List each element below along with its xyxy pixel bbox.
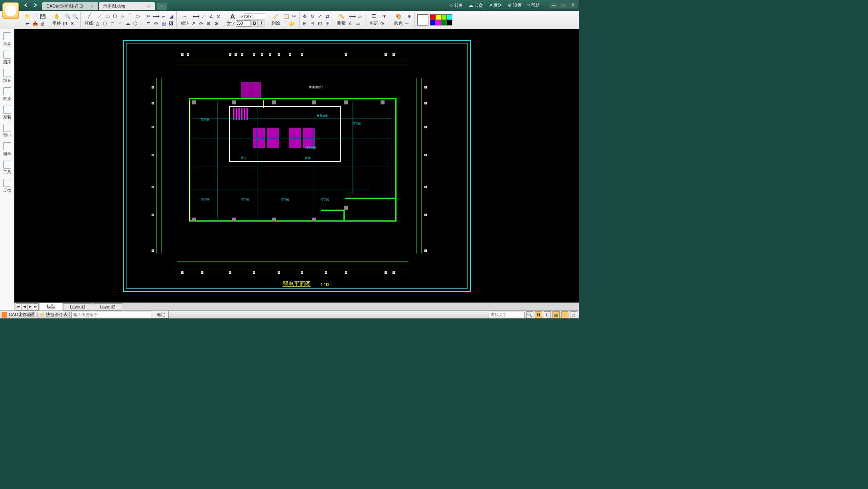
layout2-tab[interactable]: Layout2 bbox=[93, 303, 122, 310]
copy-button[interactable]: 📋 bbox=[283, 13, 290, 20]
send-menu[interactable]: ↗ 发送 bbox=[489, 2, 502, 8]
color-yellow[interactable] bbox=[436, 14, 441, 20]
linear-dim-button[interactable]: ⟷ bbox=[192, 13, 199, 20]
dim-settings-button[interactable]: ⚙ bbox=[213, 20, 220, 27]
print-button[interactable]: 🖨 bbox=[39, 20, 46, 27]
feedback-panel-button[interactable]: 反馈 bbox=[3, 179, 11, 193]
circle-button[interactable]: ○ bbox=[119, 13, 126, 20]
tools-panel-button[interactable]: 工具 bbox=[3, 161, 11, 175]
hexagon-button[interactable]: ⬡ bbox=[132, 20, 139, 27]
tab-home[interactable]: CAD迷你画图-首页× bbox=[42, 2, 98, 10]
arc-button[interactable]: ⌒ bbox=[126, 13, 134, 20]
user-avatar[interactable] bbox=[2, 2, 19, 19]
pentagon-button[interactable]: ⬠ bbox=[101, 20, 108, 27]
layer-on-button[interactable]: 👁 bbox=[381, 13, 388, 20]
hatch-button[interactable]: ▦ bbox=[160, 20, 167, 27]
delete-button[interactable]: 🧹 bbox=[269, 13, 282, 20]
layout1-tab[interactable]: Layout1 bbox=[63, 303, 92, 310]
color-cyan[interactable] bbox=[447, 14, 452, 20]
rotate-button[interactable]: ↻ bbox=[309, 13, 316, 20]
new-button[interactable]: 📄 bbox=[32, 13, 39, 20]
angular-dim-button[interactable]: ∠ bbox=[207, 13, 215, 20]
prev-tab-button[interactable]: ◀ bbox=[22, 304, 28, 310]
help-menu[interactable]: ? 帮助 bbox=[527, 2, 540, 8]
next-tab-button[interactable]: ▶ bbox=[28, 304, 33, 310]
paste-button[interactable]: 📄 bbox=[280, 20, 288, 27]
cut-button[interactable]: ✂ bbox=[290, 13, 298, 20]
garden-panel-button[interactable]: 园林 bbox=[3, 142, 11, 157]
polyline-button[interactable]: ⟋ bbox=[96, 13, 103, 20]
array-button[interactable]: ⊞ bbox=[301, 20, 308, 27]
color-red[interactable] bbox=[430, 14, 436, 20]
color-dkgreen[interactable] bbox=[441, 20, 447, 26]
ellipse-button[interactable]: ⬭ bbox=[134, 13, 141, 20]
color-blue[interactable] bbox=[430, 20, 436, 26]
minimize-button[interactable]: — bbox=[549, 3, 558, 8]
polar-toggle[interactable]: ◎ bbox=[570, 311, 577, 318]
pan-button[interactable]: ✋ bbox=[50, 13, 63, 20]
explode-button[interactable]: ⊞ bbox=[324, 20, 331, 27]
confirm-button[interactable]: 确定 bbox=[153, 311, 169, 318]
align-button[interactable]: ⊟ bbox=[309, 20, 316, 27]
model-tab[interactable]: 模型 bbox=[40, 302, 62, 310]
close-icon[interactable]: × bbox=[148, 4, 152, 8]
zoomin-button[interactable]: 🔍 bbox=[64, 13, 71, 20]
search-input[interactable] bbox=[489, 312, 525, 318]
quickcmd-button[interactable]: ⚡ 快捷命令表 bbox=[39, 312, 68, 318]
color-magenta[interactable] bbox=[436, 20, 441, 26]
osnap-toggle[interactable]: + bbox=[561, 311, 568, 318]
annotate-button[interactable]: ↔ bbox=[178, 13, 192, 20]
extend-button[interactable]: ⟶ bbox=[152, 13, 160, 20]
move-button[interactable]: ✥ bbox=[301, 13, 308, 20]
offset-button[interactable]: ⊏ bbox=[145, 20, 152, 27]
ortho-toggle[interactable]: L bbox=[544, 311, 551, 318]
square-button[interactable]: □ bbox=[109, 20, 116, 27]
current-color[interactable] bbox=[417, 14, 428, 26]
leader-button[interactable]: ↗ bbox=[190, 20, 197, 27]
lowv-panel-button[interactable]: 弱电 bbox=[3, 124, 11, 138]
first-tab-button[interactable]: ⏮ bbox=[16, 304, 22, 310]
text-button[interactable]: A bbox=[226, 13, 239, 20]
dist-button[interactable]: ⟷ bbox=[349, 13, 356, 20]
line-button[interactable]: ╱ bbox=[82, 13, 96, 20]
image-button[interactable]: 🖼 bbox=[168, 20, 175, 27]
snap-toggle[interactable]: N bbox=[535, 311, 542, 318]
gallery-panel-button[interactable]: 图库 bbox=[3, 51, 11, 65]
trim-button[interactable]: ✂ bbox=[145, 13, 152, 20]
layers-button[interactable]: ☰ bbox=[367, 13, 381, 20]
back-button[interactable]: ⬅ bbox=[24, 20, 31, 27]
break-button[interactable]: ⊘ bbox=[152, 20, 160, 27]
add-tab-button[interactable]: + bbox=[157, 3, 167, 10]
linetype-button[interactable]: ≡ bbox=[406, 13, 413, 20]
maximize-button[interactable]: □ bbox=[559, 3, 568, 8]
volume-button[interactable]: ▭ bbox=[354, 20, 361, 27]
color-black[interactable] bbox=[447, 20, 452, 26]
search-button[interactable]: 🔍 bbox=[526, 311, 533, 318]
stretch-button[interactable]: ⊡ bbox=[316, 20, 324, 27]
settings-menu[interactable]: ⚙ 设置 bbox=[508, 2, 522, 8]
last-tab-button[interactable]: ⏭ bbox=[33, 304, 39, 310]
open-button[interactable]: 📁 bbox=[24, 13, 31, 20]
convert-menu[interactable]: ⟳ 转换 bbox=[450, 2, 463, 8]
area-button[interactable]: ▱ bbox=[356, 13, 363, 20]
erase-button[interactable]: 🧽 bbox=[288, 20, 295, 27]
mirror-button[interactable]: ⇄ bbox=[324, 13, 331, 20]
font-input[interactable] bbox=[244, 14, 265, 20]
fillet-button[interactable]: ⌐ bbox=[160, 13, 167, 20]
command-input[interactable] bbox=[71, 312, 151, 318]
lineweight-button[interactable]: ═ bbox=[403, 20, 410, 27]
canvas-area[interactable]: 写字间 写字间 写字间 写字间 写字间 写字间 新风机房 警卫 消防电梯 货梯 … bbox=[14, 29, 579, 310]
grid-toggle[interactable]: ▦ bbox=[552, 311, 560, 318]
close-icon[interactable]: × bbox=[91, 4, 96, 8]
fontsize-input[interactable] bbox=[236, 20, 251, 27]
cloud-button[interactable]: ☁ bbox=[124, 20, 131, 27]
measure-button[interactable]: 📏 bbox=[335, 13, 348, 20]
rect-button[interactable]: ▭ bbox=[104, 13, 111, 20]
undo-button[interactable] bbox=[23, 2, 30, 9]
italic-button[interactable]: I bbox=[258, 20, 264, 27]
color-green[interactable] bbox=[441, 14, 447, 20]
export-button[interactable]: 📤 bbox=[32, 20, 39, 27]
spline-button[interactable]: 〰 bbox=[116, 20, 124, 27]
aligned-dim-button[interactable]: ⟋ bbox=[200, 13, 207, 20]
zoom-extents-button[interactable]: ⊠ bbox=[69, 20, 76, 27]
